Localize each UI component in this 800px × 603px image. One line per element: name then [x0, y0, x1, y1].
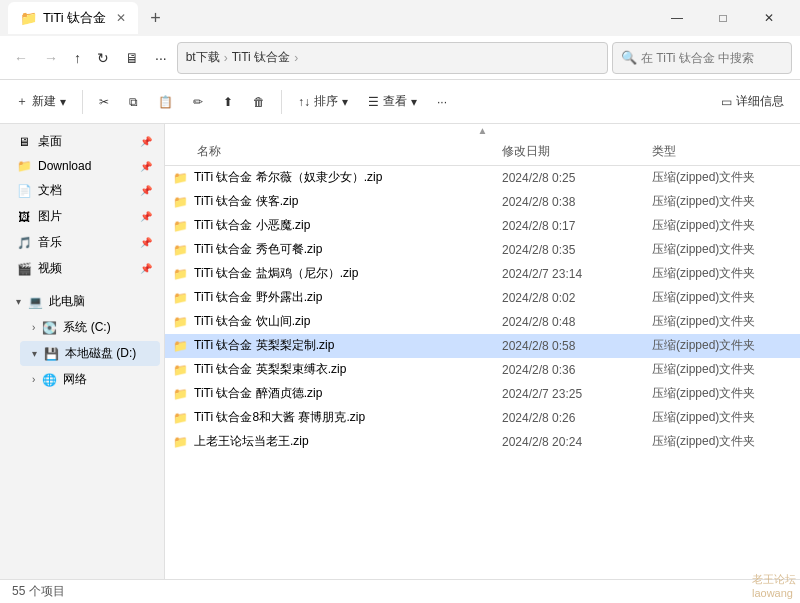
file-type: 压缩(zipped)文件夹 [652, 289, 792, 306]
rename-button[interactable]: ✏ [185, 91, 211, 113]
drive-c-icon: 💽 [41, 321, 57, 335]
zip-icon: 📁 [173, 243, 188, 257]
maximize-button[interactable]: □ [700, 0, 746, 36]
file-type: 压缩(zipped)文件夹 [652, 241, 792, 258]
computer-icon: 💻 [27, 295, 43, 309]
pin-icon: 📌 [140, 136, 152, 147]
file-name: TiTi 钛合金 侠客.zip [194, 193, 298, 210]
file-row[interactable]: 📁 TiTi 钛合金 野外露出.zip 2024/2/8 0:02 压缩(zip… [165, 286, 800, 310]
file-date: 2024/2/8 0:35 [502, 243, 652, 257]
up-button[interactable]: ↑ [68, 46, 87, 70]
pin-icon-docs: 📌 [140, 185, 152, 196]
file-name: TiTi 钛合金 醉酒贞德.zip [194, 385, 322, 402]
breadcrumb-sep2: › [294, 51, 298, 65]
rename-icon: ✏ [193, 95, 203, 109]
zip-icon: 📁 [173, 219, 188, 233]
new-label: 新建 [32, 93, 56, 110]
close-button[interactable]: ✕ [746, 0, 792, 36]
download-folder-icon: 📁 [16, 159, 32, 173]
file-type: 压缩(zipped)文件夹 [652, 217, 792, 234]
file-date: 2024/2/8 0:48 [502, 315, 652, 329]
new-tab-button[interactable]: + [142, 4, 169, 33]
search-input[interactable] [641, 51, 781, 65]
sidebar-item-thispc[interactable]: ▾ 💻 此电脑 [4, 289, 160, 314]
breadcrumb-sep1: › [224, 51, 228, 65]
sidebar-item-videos[interactable]: 🎬 视频 📌 [4, 256, 160, 281]
sidebar-label-music: 音乐 [38, 234, 62, 251]
active-tab[interactable]: 📁 TiTi 钛合金 ✕ [8, 2, 138, 34]
network-icon: 🌐 [41, 373, 57, 387]
file-name: TiTi 钛合金 盐焗鸡（尼尔）.zip [194, 265, 358, 282]
paste-button[interactable]: 📋 [150, 91, 181, 113]
sidebar-item-drive-d[interactable]: ▾ 💾 本地磁盘 (D:) [20, 341, 160, 366]
breadcrumb-titi[interactable]: TiTi 钛合金 [232, 49, 290, 66]
file-type: 压缩(zipped)文件夹 [652, 385, 792, 402]
copy-button[interactable]: ⧉ [121, 91, 146, 113]
file-type: 压缩(zipped)文件夹 [652, 337, 792, 354]
sidebar-item-network[interactable]: › 🌐 网络 [20, 367, 160, 392]
item-count: 55 个项目 [12, 583, 65, 600]
new-chevron-icon: ▾ [60, 95, 66, 109]
cut-button[interactable]: ✂ [91, 91, 117, 113]
zip-icon: 📁 [173, 195, 188, 209]
zip-icon: 📁 [173, 387, 188, 401]
toolbar-sep2 [281, 90, 282, 114]
pin-icon-music: 📌 [140, 237, 152, 248]
file-row[interactable]: 📁 上老王论坛当老王.zip 2024/2/8 20:24 压缩(zipped)… [165, 430, 800, 454]
sidebar: 🖥 桌面 📌 📁 Download 📌 📄 文档 📌 🖼 图片 📌 🎵 音乐 📌… [0, 124, 165, 579]
window-controls: — □ ✕ [654, 0, 792, 36]
refresh-button[interactable]: ↻ [91, 46, 115, 70]
expand-icon-net: › [32, 374, 35, 385]
ellipsis-button[interactable]: ··· [149, 46, 173, 70]
file-row[interactable]: 📁 TiTi 钛合金 希尔薇（奴隶少女）.zip 2024/2/8 0:25 压… [165, 166, 800, 190]
more-button[interactable]: ··· [429, 91, 455, 113]
sidebar-item-desktop[interactable]: 🖥 桌面 📌 [4, 129, 160, 154]
sidebar-label-pictures: 图片 [38, 208, 62, 225]
file-date: 2024/2/8 0:26 [502, 411, 652, 425]
share-button[interactable]: ⬆ [215, 91, 241, 113]
zip-icon: 📁 [173, 315, 188, 329]
main-layout: 🖥 桌面 📌 📁 Download 📌 📄 文档 📌 🖼 图片 📌 🎵 音乐 📌… [0, 124, 800, 579]
sidebar-item-documents[interactable]: 📄 文档 📌 [4, 178, 160, 203]
pin-icon-video: 📌 [140, 263, 152, 274]
drives-list: › 💽 系统 (C:) ▾ 💾 本地磁盘 (D:) › 🌐 网络 [0, 315, 164, 392]
delete-button[interactable]: 🗑 [245, 91, 273, 113]
detail-button[interactable]: ▭ 详细信息 [713, 89, 792, 114]
zip-icon: 📁 [173, 435, 188, 449]
sidebar-item-pictures[interactable]: 🖼 图片 📌 [4, 204, 160, 229]
file-row[interactable]: 📁 TiTi 钛合金8和大酱 赛博朋克.zip 2024/2/8 0:26 压缩… [165, 406, 800, 430]
file-row[interactable]: 📁 TiTi 钛合金 英梨梨束缚衣.zip 2024/2/8 0:36 压缩(z… [165, 358, 800, 382]
file-row[interactable]: 📁 TiTi 钛合金 小恶魔.zip 2024/2/8 0:17 压缩(zipp… [165, 214, 800, 238]
documents-icon: 📄 [16, 184, 32, 198]
file-row[interactable]: 📁 TiTi 钛合金 秀色可餐.zip 2024/2/8 0:35 压缩(zip… [165, 238, 800, 262]
breadcrumb[interactable]: bt下载 › TiTi 钛合金 › [177, 42, 608, 74]
sidebar-item-music[interactable]: 🎵 音乐 📌 [4, 230, 160, 255]
file-row[interactable]: 📁 TiTi 钛合金 侠客.zip 2024/2/8 0:38 压缩(zippe… [165, 190, 800, 214]
file-type: 压缩(zipped)文件夹 [652, 409, 792, 426]
view-button[interactable]: ☰ 查看 ▾ [360, 89, 425, 114]
file-date: 2024/2/7 23:14 [502, 267, 652, 281]
file-row[interactable]: 📁 TiTi 钛合金 饮山间.zip 2024/2/8 0:48 压缩(zipp… [165, 310, 800, 334]
expand-icon-c: › [32, 322, 35, 333]
forward-button[interactable]: → [38, 46, 64, 70]
breadcrumb-bt[interactable]: bt下载 [186, 49, 220, 66]
new-button[interactable]: ＋ 新建 ▾ [8, 89, 74, 114]
sort-button[interactable]: ↑↓ 排序 ▾ [290, 89, 356, 114]
copy-icon: ⧉ [129, 95, 138, 109]
sidebar-item-drive-c[interactable]: › 💽 系统 (C:) [20, 315, 160, 340]
drive-d-icon: 💾 [43, 347, 59, 361]
tab-close-button[interactable]: ✕ [116, 11, 126, 25]
back-button[interactable]: ← [8, 46, 34, 70]
search-box[interactable]: 🔍 [612, 42, 792, 74]
file-row[interactable]: 📁 TiTi 钛合金 英梨梨定制.zip 2024/2/8 0:58 压缩(zi… [165, 334, 800, 358]
sidebar-item-download[interactable]: 📁 Download 📌 [4, 155, 160, 177]
file-row[interactable]: 📁 TiTi 钛合金 盐焗鸡（尼尔）.zip 2024/2/7 23:14 压缩… [165, 262, 800, 286]
minimize-button[interactable]: — [654, 0, 700, 36]
file-row[interactable]: 📁 TiTi 钛合金 醉酒贞德.zip 2024/2/7 23:25 压缩(zi… [165, 382, 800, 406]
zip-icon: 📁 [173, 339, 188, 353]
file-date: 2024/2/8 0:36 [502, 363, 652, 377]
file-date: 2024/2/8 0:25 [502, 171, 652, 185]
videos-icon: 🎬 [16, 262, 32, 276]
expand-icon-thispc: ▾ [16, 296, 21, 307]
monitor-icon[interactable]: 🖥 [119, 46, 145, 70]
